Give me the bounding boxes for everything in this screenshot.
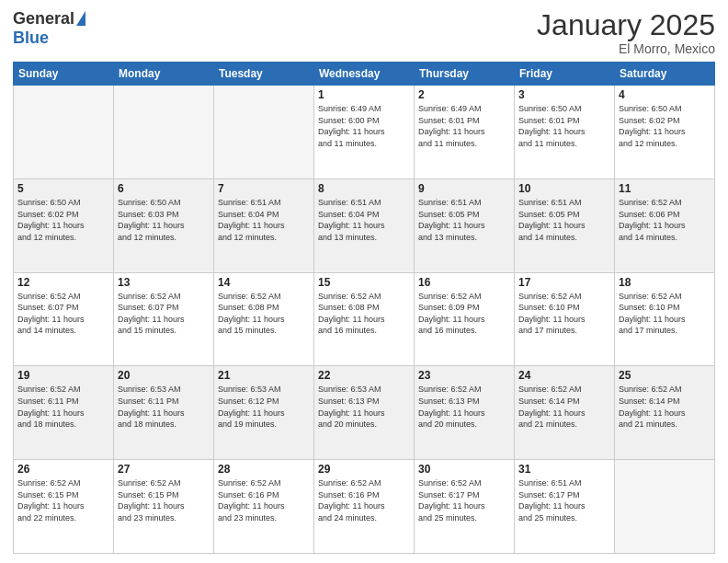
col-wednesday: Wednesday xyxy=(314,63,415,86)
col-monday: Monday xyxy=(114,63,214,86)
day-number: 17 xyxy=(518,276,610,289)
table-row: 20Sunrise: 6:53 AM Sunset: 6:11 PM Dayli… xyxy=(114,366,214,460)
day-number: 5 xyxy=(17,182,109,195)
table-row xyxy=(114,86,214,179)
table-row: 2Sunrise: 6:49 AM Sunset: 6:01 PM Daylig… xyxy=(415,86,515,179)
day-number: 15 xyxy=(318,276,410,289)
calendar-week-row: 1Sunrise: 6:49 AM Sunset: 6:00 PM Daylig… xyxy=(14,86,715,179)
day-info: Sunrise: 6:50 AM Sunset: 6:03 PM Dayligh… xyxy=(118,197,210,243)
table-row: 15Sunrise: 6:52 AM Sunset: 6:08 PM Dayli… xyxy=(314,272,415,366)
day-info: Sunrise: 6:52 AM Sunset: 6:10 PM Dayligh… xyxy=(619,291,711,337)
day-info: Sunrise: 6:52 AM Sunset: 6:14 PM Dayligh… xyxy=(619,384,711,430)
table-row: 30Sunrise: 6:52 AM Sunset: 6:17 PM Dayli… xyxy=(415,460,515,554)
day-info: Sunrise: 6:49 AM Sunset: 6:00 PM Dayligh… xyxy=(318,103,410,149)
day-info: Sunrise: 6:52 AM Sunset: 6:17 PM Dayligh… xyxy=(418,477,510,523)
table-row: 26Sunrise: 6:52 AM Sunset: 6:15 PM Dayli… xyxy=(14,460,114,554)
day-info: Sunrise: 6:53 AM Sunset: 6:11 PM Dayligh… xyxy=(118,384,210,430)
day-number: 21 xyxy=(218,369,310,382)
table-row: 4Sunrise: 6:50 AM Sunset: 6:02 PM Daylig… xyxy=(615,86,715,179)
col-thursday: Thursday xyxy=(415,63,515,86)
day-number: 25 xyxy=(619,369,711,382)
day-number: 7 xyxy=(218,182,310,195)
day-info: Sunrise: 6:50 AM Sunset: 6:02 PM Dayligh… xyxy=(17,197,109,243)
table-row: 28Sunrise: 6:52 AM Sunset: 6:16 PM Dayli… xyxy=(214,460,314,554)
table-row: 24Sunrise: 6:52 AM Sunset: 6:14 PM Dayli… xyxy=(515,366,615,460)
logo-blue-text: Blue xyxy=(13,29,49,48)
day-number: 2 xyxy=(418,88,510,101)
day-number: 13 xyxy=(118,276,210,289)
table-row: 3Sunrise: 6:50 AM Sunset: 6:01 PM Daylig… xyxy=(515,86,615,179)
day-number: 8 xyxy=(318,182,410,195)
table-row xyxy=(14,86,114,179)
header: General Blue January 2025 El Morro, Mexi… xyxy=(13,9,715,56)
table-row: 16Sunrise: 6:52 AM Sunset: 6:09 PM Dayli… xyxy=(415,272,515,366)
day-number: 4 xyxy=(619,88,711,101)
day-number: 6 xyxy=(118,182,210,195)
day-number: 9 xyxy=(418,182,510,195)
calendar-week-row: 5Sunrise: 6:50 AM Sunset: 6:02 PM Daylig… xyxy=(14,178,715,272)
table-row xyxy=(214,86,314,179)
day-number: 3 xyxy=(518,88,610,101)
day-number: 12 xyxy=(17,276,109,289)
day-info: Sunrise: 6:51 AM Sunset: 6:04 PM Dayligh… xyxy=(318,197,410,243)
table-row: 10Sunrise: 6:51 AM Sunset: 6:05 PM Dayli… xyxy=(515,178,615,272)
table-row: 11Sunrise: 6:52 AM Sunset: 6:06 PM Dayli… xyxy=(615,178,715,272)
calendar-table: Sunday Monday Tuesday Wednesday Thursday… xyxy=(13,62,715,554)
day-info: Sunrise: 6:52 AM Sunset: 6:07 PM Dayligh… xyxy=(17,291,109,337)
table-row: 18Sunrise: 6:52 AM Sunset: 6:10 PM Dayli… xyxy=(615,272,715,366)
day-number: 31 xyxy=(518,463,610,476)
day-info: Sunrise: 6:50 AM Sunset: 6:01 PM Dayligh… xyxy=(518,103,610,149)
day-info: Sunrise: 6:52 AM Sunset: 6:13 PM Dayligh… xyxy=(418,384,510,430)
col-friday: Friday xyxy=(515,63,615,86)
day-number: 22 xyxy=(318,369,410,382)
day-info: Sunrise: 6:52 AM Sunset: 6:06 PM Dayligh… xyxy=(619,197,711,243)
table-row: 1Sunrise: 6:49 AM Sunset: 6:00 PM Daylig… xyxy=(314,86,415,179)
calendar-header-row: Sunday Monday Tuesday Wednesday Thursday… xyxy=(14,63,715,86)
table-row: 7Sunrise: 6:51 AM Sunset: 6:04 PM Daylig… xyxy=(214,178,314,272)
calendar-week-row: 19Sunrise: 6:52 AM Sunset: 6:11 PM Dayli… xyxy=(14,366,715,460)
table-row: 31Sunrise: 6:51 AM Sunset: 6:17 PM Dayli… xyxy=(515,460,615,554)
day-number: 1 xyxy=(318,88,410,101)
day-info: Sunrise: 6:52 AM Sunset: 6:09 PM Dayligh… xyxy=(418,291,510,337)
table-row: 29Sunrise: 6:52 AM Sunset: 6:16 PM Dayli… xyxy=(314,460,415,554)
day-number: 19 xyxy=(17,369,109,382)
day-info: Sunrise: 6:52 AM Sunset: 6:16 PM Dayligh… xyxy=(318,477,410,523)
col-tuesday: Tuesday xyxy=(214,63,314,86)
day-info: Sunrise: 6:52 AM Sunset: 6:10 PM Dayligh… xyxy=(518,291,610,337)
day-number: 18 xyxy=(619,276,711,289)
day-info: Sunrise: 6:51 AM Sunset: 6:05 PM Dayligh… xyxy=(418,197,510,243)
day-number: 10 xyxy=(518,182,610,195)
day-info: Sunrise: 6:52 AM Sunset: 6:15 PM Dayligh… xyxy=(118,477,210,523)
day-number: 11 xyxy=(619,182,711,195)
table-row: 6Sunrise: 6:50 AM Sunset: 6:03 PM Daylig… xyxy=(114,178,214,272)
day-number: 29 xyxy=(318,463,410,476)
logo-general-text: General xyxy=(13,9,74,29)
table-row: 14Sunrise: 6:52 AM Sunset: 6:08 PM Dayli… xyxy=(214,272,314,366)
page: General Blue January 2025 El Morro, Mexi… xyxy=(0,0,728,563)
day-info: Sunrise: 6:52 AM Sunset: 6:16 PM Dayligh… xyxy=(218,477,310,523)
table-row xyxy=(615,460,715,554)
table-row: 12Sunrise: 6:52 AM Sunset: 6:07 PM Dayli… xyxy=(14,272,114,366)
day-info: Sunrise: 6:52 AM Sunset: 6:14 PM Dayligh… xyxy=(518,384,610,430)
col-sunday: Sunday xyxy=(14,63,114,86)
table-row: 13Sunrise: 6:52 AM Sunset: 6:07 PM Dayli… xyxy=(114,272,214,366)
table-row: 8Sunrise: 6:51 AM Sunset: 6:04 PM Daylig… xyxy=(314,178,415,272)
month-title: January 2025 xyxy=(537,9,715,41)
day-number: 24 xyxy=(518,369,610,382)
table-row: 25Sunrise: 6:52 AM Sunset: 6:14 PM Dayli… xyxy=(615,366,715,460)
table-row: 27Sunrise: 6:52 AM Sunset: 6:15 PM Dayli… xyxy=(114,460,214,554)
day-info: Sunrise: 6:52 AM Sunset: 6:07 PM Dayligh… xyxy=(118,291,210,337)
day-number: 28 xyxy=(218,463,310,476)
table-row: 9Sunrise: 6:51 AM Sunset: 6:05 PM Daylig… xyxy=(415,178,515,272)
table-row: 19Sunrise: 6:52 AM Sunset: 6:11 PM Dayli… xyxy=(14,366,114,460)
day-number: 27 xyxy=(118,463,210,476)
day-number: 16 xyxy=(418,276,510,289)
table-row: 22Sunrise: 6:53 AM Sunset: 6:13 PM Dayli… xyxy=(314,366,415,460)
day-info: Sunrise: 6:51 AM Sunset: 6:17 PM Dayligh… xyxy=(518,477,610,523)
day-info: Sunrise: 6:53 AM Sunset: 6:13 PM Dayligh… xyxy=(318,384,410,430)
logo-triangle-icon xyxy=(76,11,85,26)
table-row: 21Sunrise: 6:53 AM Sunset: 6:12 PM Dayli… xyxy=(214,366,314,460)
day-info: Sunrise: 6:51 AM Sunset: 6:04 PM Dayligh… xyxy=(218,197,310,243)
day-number: 20 xyxy=(118,369,210,382)
day-info: Sunrise: 6:52 AM Sunset: 6:11 PM Dayligh… xyxy=(17,384,109,430)
